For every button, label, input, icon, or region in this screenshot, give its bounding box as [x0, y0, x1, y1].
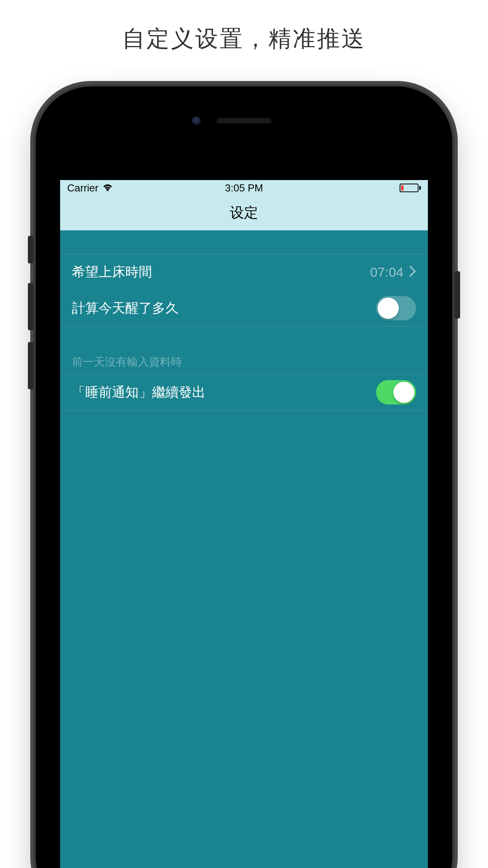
chevron-right-icon [409, 265, 416, 279]
phone-volume-down [28, 342, 33, 389]
phone-volume-up [28, 283, 33, 330]
carrier-label: Carrier [67, 182, 98, 194]
status-bar: Carrier 3:05 PM [60, 180, 428, 196]
row-bedtime-label: 希望上床時間 [72, 263, 152, 281]
status-time: 3:05 PM [225, 182, 263, 194]
row-awake-today-label: 計算今天醒了多久 [72, 299, 179, 317]
row-awake-today: 計算今天醒了多久 [60, 290, 428, 326]
toggle-awake-today[interactable] [376, 296, 416, 320]
marketing-headline: 自定义设置，精准推送 [0, 24, 488, 54]
nav-bar: 设定 [60, 196, 428, 230]
settings-content: 希望上床時間 07:04 計算今天醒了多久 [60, 230, 428, 434]
app-screen: Carrier 3:05 PM 设定 [60, 180, 428, 868]
phone-power-button [455, 271, 460, 318]
phone-speaker [216, 118, 272, 123]
battery-icon [400, 184, 421, 192]
section-header-prev-day: 前一天沒有輸入資料時 [60, 350, 428, 374]
row-notify-continue-label: 「睡前通知」繼續發出 [72, 383, 205, 401]
phone-camera [192, 116, 201, 125]
toggle-notify-continue[interactable] [376, 380, 416, 405]
wifi-icon [102, 184, 113, 192]
phone-frame: Carrier 3:05 PM 设定 [36, 86, 452, 868]
row-notify-continue: 「睡前通知」繼續發出 [60, 374, 428, 410]
row-bedtime-value: 07:04 [370, 265, 404, 280]
phone-mute-switch [28, 236, 33, 263]
page-title: 设定 [230, 203, 258, 223]
row-bedtime[interactable]: 希望上床時間 07:04 [60, 254, 428, 290]
